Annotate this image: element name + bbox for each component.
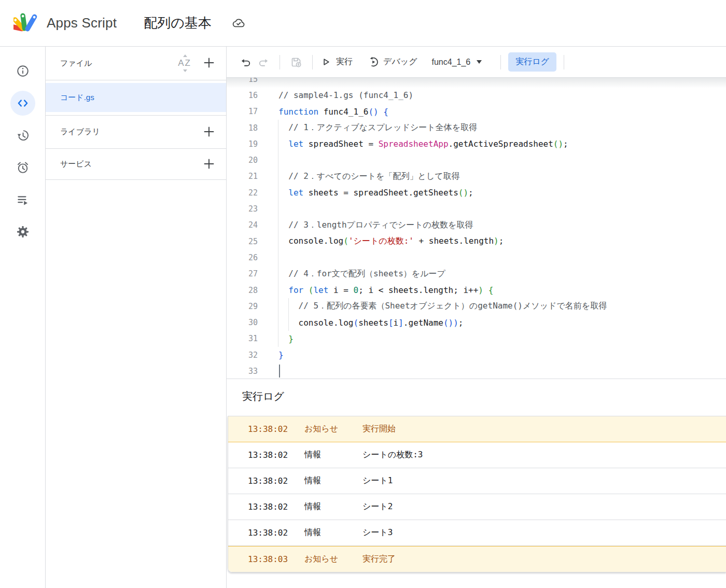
add-file-button[interactable] [202,57,216,70]
function-selector[interactable]: func4_1_6 [432,58,482,67]
log-type: 情報 [304,527,362,538]
log-row: 13:38:02情報シートの枚数:3 [228,442,726,468]
code-line: 31 } [227,331,726,347]
code-line: 26 [227,249,726,265]
execution-log-toggle-button[interactable]: 実行ログ [508,52,556,72]
code-line: 15 [227,78,726,87]
code-editor[interactable]: 1516// sample4-1.gs (func4_1_6)17functio… [227,78,726,379]
code-lines: 1516// sample4-1.gs (func4_1_6)17functio… [227,78,726,379]
undo-icon [240,56,252,68]
add-service-button[interactable] [202,158,216,171]
file-item-code-gs[interactable]: コード.gs [46,83,226,112]
log-message: シートの枚数:3 [362,450,726,460]
debug-icon [367,56,379,68]
log-type: お知らせ [304,424,362,435]
log-message: シート1 [362,475,726,486]
rail-triggers-button[interactable] [10,155,35,180]
apps-script-logo-icon [13,10,39,36]
save-button[interactable] [287,53,305,71]
info-icon [16,64,30,78]
add-library-button[interactable] [202,125,216,139]
editor-toolbar: 実行 デバッグ func4_1_6 実行ログ [227,47,726,78]
log-type: 情報 [304,450,362,460]
sort-files-button[interactable]: AZ [175,57,194,70]
log-message: シート2 [362,501,726,512]
code-line: 27 // 4．for文で配列（sheets）をループ [227,266,726,282]
line-number: 33 [227,367,258,376]
code-line: 25 console.log('シートの枚数:' + sheets.length… [227,233,726,249]
run-button[interactable]: 実行 [320,56,353,68]
log-time: 13:38:02 [228,528,304,538]
left-rail [0,47,46,588]
app-header: Apps Script 配列の基本 [0,0,726,47]
rail-editor-button[interactable] [10,91,35,116]
log-row: 13:38:02お知らせ実行開始 [228,416,726,442]
line-number: 19 [227,139,258,149]
log-row: 13:38:02情報シート1 [228,468,726,494]
code-line: 28 for (let i = 0; i < sheets.length; i+… [227,282,726,298]
line-number: 17 [227,107,258,116]
execution-log-table: 13:38:02お知らせ実行開始13:38:02情報シートの枚数:313:38:… [228,416,726,572]
line-number: 25 [227,237,258,246]
execution-log-title: 実行ログ [242,389,726,403]
project-title[interactable]: 配列の基本 [144,14,212,32]
play-icon [320,56,332,68]
code-line: 33 [227,363,726,379]
redo-icon [257,56,270,68]
line-number: 16 [227,91,258,100]
code-line: 20 [227,152,726,168]
code-line: 17function func4_1_6() { [227,104,726,120]
line-number: 26 [227,253,258,262]
code-line: 18 // 1．アクティブなスプレッドシート全体を取得 [227,120,726,136]
line-number: 31 [227,334,258,343]
file-item-label: コード.gs [60,93,94,103]
debug-button[interactable]: デバッグ [367,56,417,68]
executions-list-icon [16,193,30,206]
libraries-label: ライブラリ [60,127,194,137]
debug-label: デバッグ [383,57,417,67]
undo-button[interactable] [237,53,255,71]
files-header-label: ファイル [60,59,175,68]
redo-button[interactable] [255,53,272,71]
line-number: 15 [227,78,258,84]
rail-executions-button[interactable] [10,187,35,212]
log-type: お知らせ [304,554,362,565]
line-number: 18 [227,123,258,133]
save-icon [290,56,302,68]
files-panel-header: ファイル AZ [46,47,226,80]
line-number: 27 [227,269,258,278]
run-label: 実行 [336,57,353,67]
log-row: 13:38:02情報シート3 [228,520,726,546]
rail-overview-button[interactable] [10,59,35,83]
editor-column: 実行 デバッグ func4_1_6 実行ログ [227,47,726,588]
execution-log-section: 実行ログ 13:38:02お知らせ実行開始13:38:02情報シートの枚数:31… [227,379,726,588]
log-time: 13:38:02 [228,502,304,512]
rail-project-history-button[interactable] [10,123,35,148]
function-selector-label: func4_1_6 [432,58,471,67]
chevron-down-icon [477,60,482,64]
code-icon [16,96,30,110]
services-section: サービス [46,149,226,180]
code-line: 24 // 3．lengthプロパティでシートの枚数を取得 [227,217,726,233]
log-message: 実行完了 [362,554,726,565]
log-message: シート3 [362,527,726,538]
alarm-clock-icon [16,161,30,174]
line-number: 28 [227,286,258,295]
toolbar-divider [280,55,280,69]
line-number: 22 [227,188,258,198]
log-message: 実行開始 [362,424,726,435]
libraries-section: ライブラリ [46,116,226,149]
plus-icon [203,125,215,138]
gear-icon [16,225,30,239]
files-panel: ファイル AZ コード.gs ライブラリ サービス [46,47,227,588]
line-number: 32 [227,351,258,360]
line-number: 29 [227,302,258,311]
code-line: 30 console.log(sheets[i].getName()); [227,314,726,330]
rail-settings-button[interactable] [10,219,35,244]
code-line: 16// sample4-1.gs (func4_1_6) [227,87,726,103]
log-time: 13:38:03 [228,554,304,564]
plus-icon [203,57,215,69]
line-number: 30 [227,318,258,327]
line-number: 21 [227,172,258,181]
toolbar-divider [564,55,564,69]
